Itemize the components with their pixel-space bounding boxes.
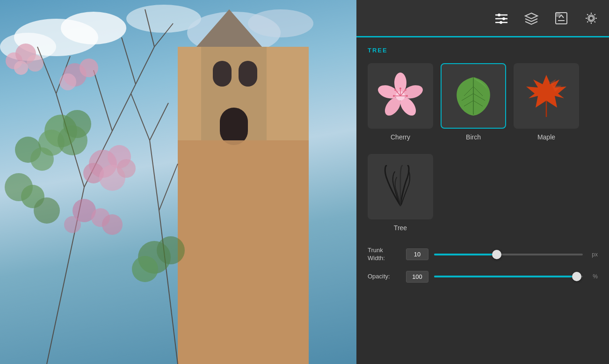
svg-point-40 <box>117 159 136 178</box>
birch-label: Birch <box>466 133 481 141</box>
tree-type-grid: Cherry <box>368 63 598 141</box>
tree-brush-wrapper <box>368 154 433 219</box>
svg-point-1 <box>61 12 126 44</box>
svg-rect-9 <box>213 61 232 87</box>
svg-point-35 <box>59 73 76 90</box>
svg-point-60 <box>502 17 505 20</box>
svg-line-27 <box>131 94 150 140</box>
trunk-width-track[interactable] <box>434 254 583 255</box>
trunk-width-row: Trunk Width: 10 px <box>368 247 598 262</box>
opacity-track[interactable] <box>434 276 583 277</box>
svg-line-25 <box>150 140 159 211</box>
svg-point-84 <box>393 95 395 97</box>
opacity-fill <box>434 276 577 277</box>
birch-icon-wrapper <box>441 63 506 129</box>
svg-line-28 <box>150 103 168 140</box>
svg-point-67 <box>589 16 594 20</box>
svg-line-24 <box>159 211 178 364</box>
svg-rect-10 <box>239 61 257 87</box>
opacity-thumb[interactable] <box>572 272 581 281</box>
opacity-value[interactable]: 100 <box>406 271 428 283</box>
svg-rect-66 <box>556 13 560 16</box>
svg-point-52 <box>157 236 185 264</box>
section-title: TREE <box>368 47 598 54</box>
right-panel: TREE <box>356 0 609 364</box>
svg-point-31 <box>27 55 44 72</box>
svg-line-26 <box>159 164 178 211</box>
sliders-icon-button[interactable] <box>493 10 510 27</box>
tree-type-birch[interactable]: Birch <box>441 63 506 141</box>
svg-rect-12 <box>178 140 309 364</box>
svg-point-34 <box>80 58 98 77</box>
svg-point-44 <box>102 214 123 235</box>
svg-point-82 <box>406 95 408 97</box>
svg-point-78 <box>405 89 406 91</box>
svg-line-17 <box>112 84 136 131</box>
svg-point-58 <box>498 14 500 16</box>
svg-line-16 <box>94 70 112 131</box>
maple-icon-wrapper <box>514 63 579 129</box>
cherry-icon-wrapper <box>368 63 433 129</box>
settings-icon-button[interactable] <box>583 10 600 27</box>
opacity-label: Opacity: <box>368 273 400 281</box>
svg-point-43 <box>64 216 81 233</box>
trunk-width-label: Trunk Width: <box>368 247 400 262</box>
cherry-label: Cherry <box>391 133 410 141</box>
svg-point-62 <box>500 21 502 24</box>
svg-rect-11 <box>220 108 248 145</box>
levels-icon-button[interactable] <box>553 10 570 27</box>
svg-point-56 <box>34 197 60 224</box>
svg-point-5 <box>248 9 313 37</box>
toolbar <box>356 0 609 37</box>
svg-point-50 <box>30 147 54 171</box>
trunk-width-value[interactable]: 10 <box>406 248 428 260</box>
opacity-row: Opacity: 100 % <box>368 271 598 283</box>
svg-point-80 <box>394 89 396 91</box>
tree-type-maple[interactable]: Maple <box>514 63 579 141</box>
maple-label: Maple <box>537 133 555 141</box>
svg-point-76 <box>399 87 401 89</box>
trunk-width-unit: px <box>588 251 598 258</box>
sliders-area: Trunk Width: 10 px Opacity: 100 % <box>368 243 598 283</box>
tree-type-cherry[interactable]: Cherry <box>368 63 433 141</box>
svg-point-53 <box>132 256 158 282</box>
tree-brush-label: Tree <box>394 224 407 232</box>
trunk-width-thumb[interactable] <box>492 250 501 259</box>
trunk-width-fill <box>434 254 497 255</box>
layers-icon-button[interactable] <box>523 10 540 27</box>
tree-brush-item[interactable]: Tree <box>368 154 433 232</box>
svg-line-21 <box>136 47 154 84</box>
svg-line-20 <box>122 37 136 84</box>
svg-point-48 <box>58 125 87 155</box>
content-area: TREE <box>356 37 609 364</box>
opacity-unit: % <box>588 273 598 280</box>
image-canvas <box>0 0 356 364</box>
svg-marker-63 <box>525 13 537 19</box>
svg-point-32 <box>14 61 28 75</box>
